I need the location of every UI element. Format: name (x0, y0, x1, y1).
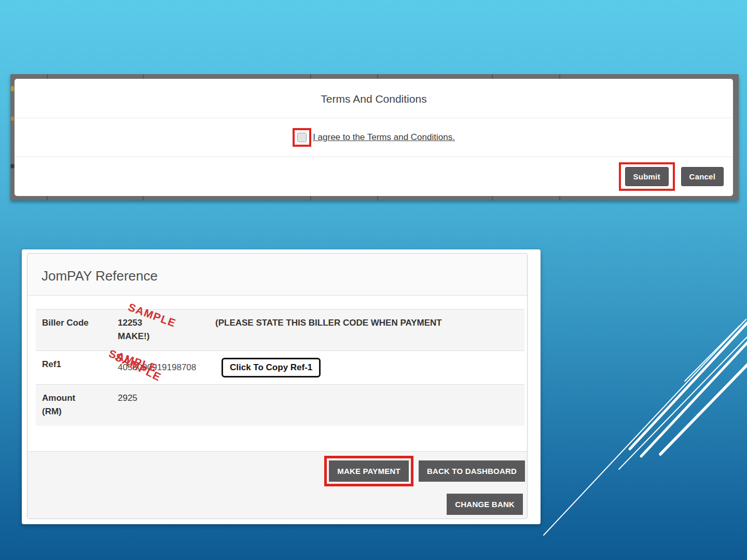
submit-button[interactable]: Submit (625, 167, 669, 186)
checkbox-highlight-box (293, 128, 311, 147)
modal-backdrop: Terms And Conditions I agree to the Term… (10, 74, 739, 200)
biller-code-label: Biller Code (42, 316, 118, 330)
make-payment-button[interactable]: MAKE PAYMENT (329, 460, 409, 482)
back-to-dashboard-button[interactable]: BACK TO DASHBOARD (419, 460, 525, 482)
table-row-amount: Amount (RM) 2925 (36, 384, 524, 426)
submit-highlight-box: Submit (619, 162, 675, 191)
biller-code-value: 12253(PLEASE STATE THIS BILLER CODE WHEN… (118, 316, 481, 343)
agree-checkbox[interactable] (297, 133, 307, 142)
ref1-label: Ref1 (42, 358, 118, 371)
agree-row: I agree to the Terms and Conditions. (15, 118, 733, 157)
footer-button-row-2: CHANGE BANK (447, 494, 523, 515)
terms-dialog-title: Terms And Conditions (15, 79, 733, 118)
table-row-ref1: Ref1 4053000919198708 Click To Copy Ref-… (36, 351, 524, 384)
cancel-button[interactable]: Cancel (681, 167, 724, 186)
background-page-fragment (11, 117, 14, 121)
terms-dialog-footer: Submit Cancel (15, 157, 733, 195)
terms-dialog: Terms And Conditions I agree to the Term… (15, 79, 733, 196)
background-page-fragment (11, 86, 14, 91)
amount-label: Amount (RM) (42, 391, 118, 418)
jompay-panel-title: JomPAY Reference (42, 268, 158, 284)
jompay-panel-footer: MAKE PAYMENT BACK TO DASHBOARD CHANGE BA… (27, 451, 527, 519)
jompay-card: JomPAY Reference Biller Code 12253(PLEAS… (22, 249, 541, 524)
ref1-value-cell: 4053000919198708 Click To Copy Ref-1 (118, 358, 321, 377)
copy-ref1-button[interactable]: Click To Copy Ref-1 (222, 358, 321, 377)
ref1-number: 4053000919198708 (118, 361, 222, 374)
jompay-panel: JomPAY Reference Biller Code 12253(PLEAS… (27, 253, 528, 519)
amount-value: 2925 (118, 391, 137, 405)
background-page-fragment (10, 164, 15, 169)
jompay-reference-table: Biller Code 12253(PLEASE STATE THIS BILL… (36, 309, 524, 426)
terms-agree-link[interactable]: I agree to the Terms and Conditions. (313, 132, 455, 143)
table-row-biller-code: Biller Code 12253(PLEASE STATE THIS BILL… (36, 309, 524, 351)
jompay-panel-header: JomPAY Reference (27, 254, 527, 296)
presentation-slide: Terms And Conditions I agree to the Term… (0, 0, 747, 560)
footer-button-row-1: MAKE PAYMENT BACK TO DASHBOARD (324, 456, 525, 486)
change-bank-button[interactable]: CHANGE BANK (447, 494, 523, 515)
biller-code-number: 12253 (118, 316, 215, 330)
make-payment-highlight-box: MAKE PAYMENT (324, 456, 413, 486)
